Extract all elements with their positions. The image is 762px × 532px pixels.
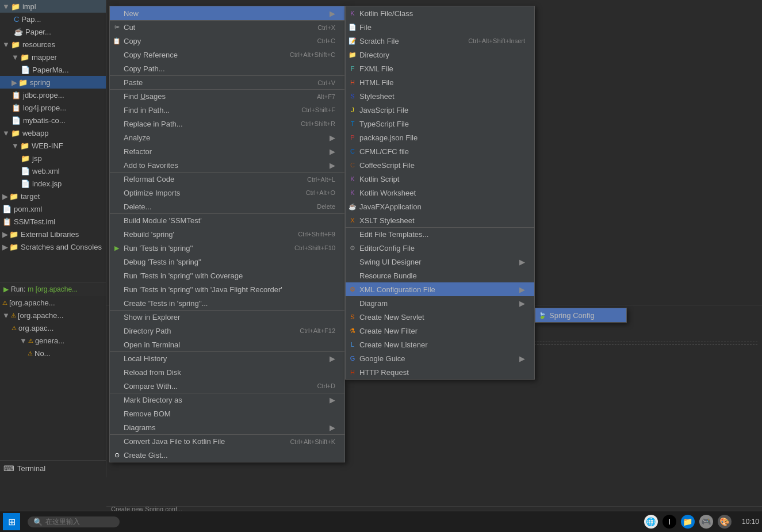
sidebar-item-spring[interactable]: ▶ 📁 spring	[0, 76, 106, 89]
search-input[interactable]	[45, 518, 114, 526]
menu-item-analyze[interactable]: Analyze ▶	[110, 131, 344, 144]
menu-item-local-history[interactable]: Local History ▶	[110, 351, 344, 365]
menu-new-stylesheet[interactable]: S Stylesheet	[346, 89, 534, 103]
sidebar-item-jdbc[interactable]: 📋 jdbc.prope...	[0, 89, 106, 101]
menu-item-remove-bom[interactable]: Remove BOM	[110, 407, 344, 420]
menu-new-xslt[interactable]: X XSLT Stylesheet	[346, 213, 534, 227]
menu-item-create-tests[interactable]: Create 'Tests in 'spring''...	[110, 296, 344, 310]
menu-item-copy-path[interactable]: Copy Path...	[110, 62, 344, 75]
menu-item-create-gist[interactable]: ⊙ Create Gist...	[110, 448, 344, 462]
sidebar-item-impl[interactable]: ▼ 📁 impl	[0, 0, 106, 13]
run-entry-5[interactable]: ⚠ No...	[0, 347, 106, 359]
run-entry-3[interactable]: ⚠ org.apac...	[0, 322, 106, 334]
sidebar-item-paper[interactable]: ☕ Paper...	[0, 25, 106, 38]
menu-item-diagrams[interactable]: Diagrams ▶	[110, 420, 344, 434]
menu-new-js[interactable]: J JavaScript File	[346, 103, 534, 117]
menu-item-convert-kotlin[interactable]: Convert Java File to Kotlin File Ctrl+Al…	[110, 434, 344, 448]
chrome-icon[interactable]: 🌐	[644, 515, 658, 529]
menu-item-new[interactable]: New ▶	[110, 6, 344, 20]
menu-item-replace-path[interactable]: Replace in Path... Ctrl+Shift+R	[110, 117, 344, 131]
run-entry-2[interactable]: ▼ ⚠ [org.apache...	[0, 309, 106, 322]
intellij-icon[interactable]: I	[663, 515, 676, 529]
menu-item-label: Swing UI Designer	[359, 258, 422, 266]
run-entry-1[interactable]: ⚠ [org.apache...	[0, 296, 106, 309]
menu-item-delete[interactable]: Delete... Delete	[110, 200, 344, 213]
menu-item-refactor[interactable]: Refactor ▶	[110, 144, 344, 158]
menu-item-reformat[interactable]: Reformat Code Ctrl+Alt+L	[110, 172, 344, 186]
windows-button[interactable]: ⊞	[3, 513, 20, 530]
sidebar-item-papermapper[interactable]: 📄 PaperMa...	[0, 63, 106, 76]
menu-new-ts[interactable]: T TypeScript File	[346, 117, 534, 131]
menu-item-copy-reference[interactable]: Copy Reference Ctrl+Alt+Shift+C	[110, 48, 344, 62]
sidebar-item-jsp[interactable]: 📁 jsp	[0, 152, 106, 164]
menu-new-html[interactable]: H HTML File	[346, 75, 534, 89]
menu-new-editorconfig[interactable]: ⚙ EditorConfig File	[346, 241, 534, 255]
sidebar-item-ssmtest[interactable]: 📋 SSMTest.iml	[0, 215, 106, 228]
menu-item-label: Reload from Disk	[124, 368, 181, 377]
menu-item-run-tests[interactable]: ▶ Run 'Tests in 'spring'' Ctrl+Shift+F10	[110, 241, 344, 255]
menu-item-find-path[interactable]: Find in Path... Ctrl+Shift+F	[110, 103, 344, 117]
menu-new-edit-templates[interactable]: Edit File Templates...	[346, 227, 534, 241]
arrow-icon: ▶	[330, 396, 335, 404]
menu-new-diagram[interactable]: Diagram ▶	[346, 296, 534, 310]
menu-item-optimize[interactable]: Optimize Imports Ctrl+Alt+O	[110, 186, 344, 200]
game-icon[interactable]: 🎮	[699, 515, 713, 529]
menu-new-pkg[interactable]: P package.json File	[346, 131, 534, 144]
menu-item-dir-path[interactable]: Directory Path Ctrl+Alt+F12	[110, 324, 344, 338]
menu-new-servlet[interactable]: S Create New Servlet	[346, 310, 534, 324]
run-entry-4[interactable]: ▼ ⚠ genera...	[0, 334, 106, 347]
sidebar-item-webapp[interactable]: ▼ 📁 webapp	[0, 127, 106, 139]
menu-item-debug-tests[interactable]: Debug 'Tests in 'spring''	[110, 255, 344, 269]
sidebar-item-external-libs[interactable]: ▶ 📁 External Libraries	[0, 228, 106, 240]
sidebar-item-indexjsp[interactable]: 📄 index.jsp	[0, 177, 106, 190]
menu-new-xml-config[interactable]: ⚙ XML Configuration File ▶	[346, 282, 534, 296]
sidebar-item-pomxml[interactable]: 📄 pom.xml	[0, 202, 106, 215]
sidebar-item-log4j[interactable]: 📋 log4j.prope...	[0, 101, 106, 114]
menu-new-resource-bundle[interactable]: Resource Bundle	[346, 269, 534, 282]
menu-new-file[interactable]: 📄 File	[346, 20, 534, 34]
sidebar-item-target[interactable]: ▶ 📁 target	[0, 190, 106, 202]
menu-new-directory[interactable]: 📁 Directory	[346, 48, 534, 62]
sidebar-item-label: jsp	[32, 154, 42, 163]
sidebar-item-webinf[interactable]: ▼ 📁 WEB-INF	[0, 139, 106, 152]
menu-item-add-favorites[interactable]: Add to Favorites ▶	[110, 158, 344, 172]
menu-item-cut[interactable]: ✂ Cut Ctrl+X	[110, 20, 344, 34]
paint-icon[interactable]: 🎨	[718, 515, 732, 529]
sidebar-item-mapper[interactable]: ▼ 📁 mapper	[0, 51, 106, 63]
menu-new-kotlin-script[interactable]: K Kotlin Script	[346, 172, 534, 186]
menu-item-show-explorer[interactable]: Show in Explorer	[110, 310, 344, 324]
menu-new-javafx[interactable]: ☕ JavaFXApplication	[346, 200, 534, 213]
menu-item-open-terminal[interactable]: Open in Terminal	[110, 338, 344, 351]
menu-new-cfml[interactable]: C CFML/CFC file	[346, 144, 534, 158]
sidebar-item-resources[interactable]: ▼ 📁 resources	[0, 38, 106, 51]
search-bar[interactable]: 🔍	[28, 516, 120, 527]
menu-item-compare[interactable]: Compare With... Ctrl+D	[110, 379, 344, 393]
menu-item-rebuild[interactable]: Rebuild 'spring' Ctrl+Shift+F9	[110, 227, 344, 241]
menu-item-build-module[interactable]: Build Module 'SSMTest'	[110, 213, 344, 227]
sidebar-item-mybatis[interactable]: 📄 mybatis-co...	[0, 114, 106, 127]
menu-item-run-flight[interactable]: Run 'Tests in 'spring'' with 'Java Fligh…	[110, 282, 344, 296]
menu-new-fxml[interactable]: F FXML File	[346, 62, 534, 75]
menu-item-find-usages[interactable]: Find Usages Alt+F7	[110, 89, 344, 103]
menu-item-reload[interactable]: Reload from Disk	[110, 365, 344, 379]
sidebar-item-pap1[interactable]: C Pap...	[0, 13, 106, 25]
explorer-icon[interactable]: 📁	[681, 515, 695, 529]
build-tab[interactable]: 🔨 Build	[0, 476, 106, 477]
menu-new-swing[interactable]: Swing UI Designer ▶	[346, 255, 534, 269]
menu-new-coffee[interactable]: C CoffeeScript File	[346, 158, 534, 172]
menu-item-mark-dir[interactable]: Mark Directory as ▶	[110, 393, 344, 407]
menu-new-kotlin-class[interactable]: K Kotlin File/Class	[346, 6, 534, 20]
menu-new-http[interactable]: H HTTP Request	[346, 365, 534, 379]
terminal-tab[interactable]: ⌨ Terminal	[0, 461, 106, 476]
sidebar-item-webxml[interactable]: 📄 web.xml	[0, 164, 106, 177]
menu-xml-spring-config[interactable]: 🍃 Spring Config	[535, 308, 626, 322]
menu-new-google-guice[interactable]: G Google Guice ▶	[346, 351, 534, 365]
menu-new-listener[interactable]: L Create New Listener	[346, 338, 534, 351]
menu-item-run-coverage[interactable]: Run 'Tests in 'spring'' with Coverage	[110, 269, 344, 282]
menu-new-kotlin-worksheet[interactable]: K Kotlin Worksheet	[346, 186, 534, 200]
sidebar-item-scratches[interactable]: ▶ 📁 Scratches and Consoles	[0, 240, 106, 253]
menu-item-paste[interactable]: Paste Ctrl+V	[110, 75, 344, 89]
menu-new-filter[interactable]: ⚗ Create New Filter	[346, 324, 534, 338]
menu-new-scratch[interactable]: 📝 Scratch File Ctrl+Alt+Shift+Insert	[346, 34, 534, 48]
menu-item-copy[interactable]: 📋 Copy Ctrl+C	[110, 34, 344, 48]
